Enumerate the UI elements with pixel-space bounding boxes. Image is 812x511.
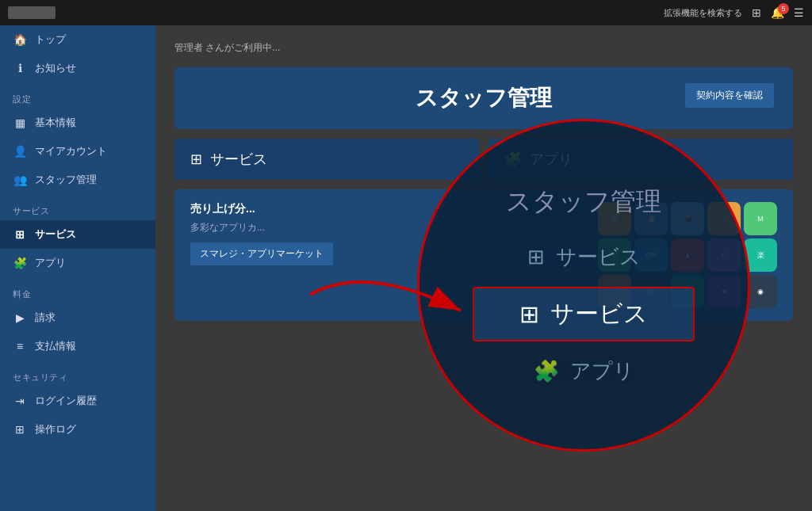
services-icon: ⊞ bbox=[13, 228, 27, 241]
log-icon: ⊞ bbox=[13, 423, 27, 436]
sidebar-label-services: サービス bbox=[35, 227, 76, 242]
app-icon-item[interactable]: 📦 bbox=[671, 202, 704, 235]
topbar-logo bbox=[8, 6, 56, 19]
login-icon: ⇥ bbox=[13, 395, 27, 407]
service-app-row: ⊞ サービス 🧩 アプリ bbox=[174, 139, 793, 180]
sidebar-item-basic-info[interactable]: ▦ 基本情報 bbox=[0, 109, 155, 137]
app-icon-item[interactable]: ◉ bbox=[744, 275, 777, 308]
app-card-label: アプリ bbox=[530, 150, 573, 169]
main-layout: 🏠 トップ ℹ お知らせ 設定 ▦ 基本情報 👤 マイアカウント 👥 スタッフ管… bbox=[0, 25, 812, 511]
apps-icon: 🧩 bbox=[13, 257, 27, 269]
sidebar-label-staff-mgmt: スタッフ管理 bbox=[35, 173, 97, 187]
main-content: 管理者 さんがご利用中... スタッフ管理 契約内容を確認 ⊞ サービス 🧩 ア… bbox=[155, 25, 812, 511]
app-icons-grid: W📋📦🍴MSQR▲C楽🎯⊞🔧★◉ bbox=[598, 202, 777, 308]
sidebar-label-top: トップ bbox=[35, 32, 66, 47]
sidebar-item-billing[interactable]: ▶ 請求 bbox=[0, 303, 155, 332]
mag-app-faded: 🧩 アプリ bbox=[534, 357, 634, 385]
sidebar: 🏠 トップ ℹ お知らせ 設定 ▦ 基本情報 👤 マイアカウント 👥 スタッフ管… bbox=[0, 25, 155, 511]
bell-icon[interactable]: 🔔 5 bbox=[771, 6, 784, 19]
admin-notice: 管理者 さんがご利用中... bbox=[174, 41, 793, 55]
sidebar-label-notices: お知らせ bbox=[35, 61, 76, 75]
sidebar-item-apps[interactable]: 🧩 アプリ bbox=[0, 249, 155, 277]
mag-app-label: アプリ bbox=[570, 357, 634, 385]
sidebar-item-top[interactable]: 🏠 トップ bbox=[0, 25, 155, 54]
payment-icon: ≡ bbox=[13, 340, 27, 353]
sidebar-section-billing: 料金 bbox=[0, 277, 155, 303]
app-icon-item[interactable]: 🔧 bbox=[671, 275, 704, 308]
app-icon-item[interactable]: 🍴 bbox=[707, 202, 741, 235]
sidebar-label-my-account: マイアカウント bbox=[35, 144, 107, 158]
sidebar-label-operation-log: 操作ログ bbox=[35, 422, 76, 437]
app-market-title: 売り上げ分... bbox=[190, 202, 585, 216]
grid-icon[interactable]: ⊞ bbox=[752, 6, 761, 19]
app-icon-item[interactable]: ▲ bbox=[671, 238, 704, 272]
bell-badge: 5 bbox=[778, 3, 789, 14]
app-icon: 🧩 bbox=[504, 151, 522, 168]
app-market-desc: 多彩なアプリカ... bbox=[190, 221, 585, 235]
sidebar-label-basic-info: 基本情報 bbox=[35, 116, 76, 130]
info-icon: ℹ bbox=[13, 62, 27, 74]
app-icon-item[interactable]: W bbox=[598, 202, 631, 235]
mag-app-icon: 🧩 bbox=[534, 359, 559, 383]
contract-button[interactable]: 契約内容を確認 bbox=[685, 83, 774, 108]
billing-icon: ▶ bbox=[13, 311, 27, 324]
sidebar-item-login-history[interactable]: ⇥ ログイン履歴 bbox=[0, 387, 155, 415]
staff-mgmt-card[interactable]: スタッフ管理 契約内容を確認 bbox=[174, 67, 793, 129]
sidebar-item-operation-log[interactable]: ⊞ 操作ログ bbox=[0, 415, 155, 444]
app-icon-item[interactable]: S bbox=[598, 238, 631, 272]
sidebar-label-apps: アプリ bbox=[35, 256, 66, 270]
topbar: 拡張機能を検索する ⊞ 🔔 5 ☰ bbox=[0, 0, 812, 25]
sidebar-item-notices[interactable]: ℹ お知らせ bbox=[0, 54, 155, 82]
service-icon: ⊞ bbox=[190, 151, 202, 168]
user-icon: 👤 bbox=[13, 145, 27, 158]
app-market-text: 売り上げ分... 多彩なアプリカ... スマレジ・アプリマーケット bbox=[190, 202, 585, 265]
topbar-search-link[interactable]: 拡張機能を検索する bbox=[664, 7, 742, 19]
app-icon-item[interactable]: QR bbox=[634, 238, 668, 272]
sidebar-item-payment[interactable]: ≡ 支払情報 bbox=[0, 332, 155, 360]
users-icon: 👥 bbox=[13, 174, 27, 186]
sidebar-label-payment: 支払情報 bbox=[35, 339, 76, 353]
home-icon: 🏠 bbox=[13, 33, 27, 46]
sidebar-section-security: セキュリティ bbox=[0, 360, 155, 387]
app-icon-item[interactable]: ⊞ bbox=[634, 275, 668, 308]
app-icon-item[interactable]: M bbox=[744, 202, 777, 235]
content-area: 管理者 さんがご利用中... スタッフ管理 契約内容を確認 ⊞ サービス 🧩 ア… bbox=[155, 25, 812, 337]
staff-mgmt-title: スタッフ管理 bbox=[416, 83, 552, 113]
sidebar-item-staff-mgmt[interactable]: 👥 スタッフ管理 bbox=[0, 166, 155, 194]
service-card[interactable]: ⊞ サービス bbox=[174, 139, 479, 180]
app-icon-item[interactable]: 🎯 bbox=[598, 275, 631, 308]
sidebar-item-my-account[interactable]: 👤 マイアカウント bbox=[0, 137, 155, 166]
sidebar-item-services[interactable]: ⊞ サービス bbox=[0, 220, 155, 249]
menu-icon[interactable]: ☰ bbox=[794, 6, 804, 19]
sidebar-label-login-history: ログイン履歴 bbox=[35, 394, 97, 408]
grid-small-icon: ▦ bbox=[13, 116, 27, 129]
app-icon-item[interactable]: ★ bbox=[707, 275, 741, 308]
app-card[interactable]: 🧩 アプリ bbox=[488, 139, 793, 180]
sidebar-label-billing: 請求 bbox=[35, 311, 56, 325]
app-icon-item[interactable]: 📋 bbox=[634, 202, 668, 235]
app-icon-item[interactable]: 楽 bbox=[744, 238, 777, 272]
app-icon-item[interactable]: C bbox=[707, 238, 741, 272]
app-market-card: 売り上げ分... 多彩なアプリカ... スマレジ・アプリマーケット W📋📦🍴MS… bbox=[174, 189, 793, 321]
service-card-label: サービス bbox=[210, 150, 267, 169]
sidebar-section-settings: 設定 bbox=[0, 82, 155, 109]
sidebar-section-service: サービス bbox=[0, 194, 155, 220]
app-market-button[interactable]: スマレジ・アプリマーケット bbox=[190, 242, 333, 265]
